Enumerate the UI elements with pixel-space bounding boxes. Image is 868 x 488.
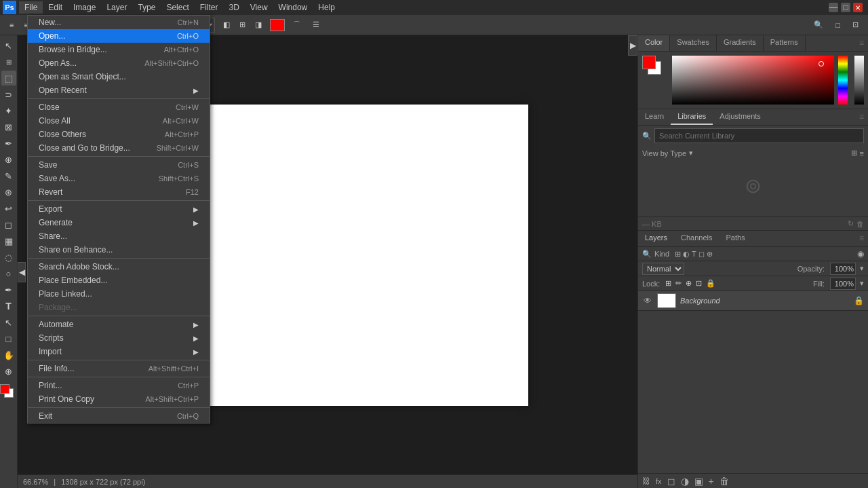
menu-place-linked[interactable]: Place Linked... — [28, 287, 210, 301]
menu-exit[interactable]: Exit Ctrl+Q — [28, 409, 210, 423]
menu-share[interactable]: Share... — [28, 229, 210, 243]
separator-2 — [28, 156, 210, 157]
menu-new[interactable]: New... Ctrl+N — [28, 16, 210, 29]
menu-export[interactable]: Export ▶ — [28, 202, 210, 216]
separator-7 — [28, 377, 210, 377]
menu-automate[interactable]: Automate ▶ — [28, 318, 210, 331]
menu-browse-bridge[interactable]: Browse in Bridge... Alt+Ctrl+O — [28, 43, 210, 56]
file-menu-dropdown: New... Ctrl+N Open... Ctrl+O Browse in B… — [27, 15, 210, 424]
separator-4 — [28, 258, 210, 259]
menu-save-as[interactable]: Save As... Shift+Ctrl+S — [28, 172, 210, 185]
menu-print[interactable]: Print... Ctrl+P — [28, 379, 210, 392]
menu-search-stock[interactable]: Search Adobe Stock... — [28, 260, 210, 274]
menu-place-embedded[interactable]: Place Embedded... — [28, 274, 210, 287]
separator-1 — [28, 98, 210, 99]
menu-close-others[interactable]: Close Others Alt+Ctrl+P — [28, 128, 210, 141]
menu-open-recent[interactable]: Open Recent ▶ — [28, 83, 210, 97]
menu-close-all[interactable]: Close All Alt+Ctrl+W — [28, 114, 210, 128]
menu-save[interactable]: Save Ctrl+S — [28, 158, 210, 172]
menu-import[interactable]: Import ▶ — [28, 345, 210, 358]
menu-close[interactable]: Close Ctrl+W — [28, 100, 210, 114]
menu-revert[interactable]: Revert F12 — [28, 185, 210, 199]
menu-close-go-bridge[interactable]: Close and Go to Bridge... Shift+Ctrl+W — [28, 141, 210, 155]
dropdown-overlay: New... Ctrl+N Open... Ctrl+O Browse in B… — [0, 0, 868, 488]
menu-open[interactable]: Open... Ctrl+O — [28, 29, 210, 43]
menu-generate[interactable]: Generate ▶ — [28, 216, 210, 229]
menu-open-smart[interactable]: Open as Smart Object... — [28, 70, 210, 83]
separator-8 — [28, 407, 210, 408]
separator-5 — [28, 316, 210, 316]
menu-package: Package... — [28, 301, 210, 314]
separator-3 — [28, 200, 210, 201]
separator-6 — [28, 360, 210, 360]
menu-share-behance[interactable]: Share on Behance... — [28, 243, 210, 257]
menu-file-info[interactable]: File Info... Alt+Shift+Ctrl+I — [28, 362, 210, 375]
menu-scripts[interactable]: Scripts ▶ — [28, 331, 210, 345]
menu-open-as[interactable]: Open As... Alt+Shift+Ctrl+O — [28, 56, 210, 70]
menu-print-one[interactable]: Print One Copy Alt+Shift+Ctrl+P — [28, 392, 210, 406]
